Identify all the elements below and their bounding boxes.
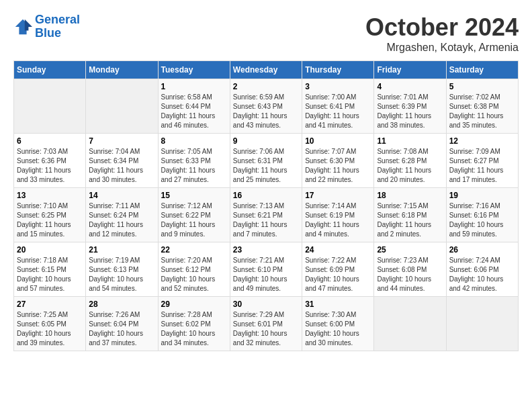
- day-info: Sunrise: 6:59 AMSunset: 6:43 PMDaylight:…: [233, 93, 287, 129]
- calendar-day-cell: 27 Sunrise: 7:25 AMSunset: 6:05 PMDaylig…: [14, 297, 86, 351]
- calendar-day-cell: 13 Sunrise: 7:10 AMSunset: 6:25 PMDaylig…: [14, 188, 86, 242]
- calendar-day-cell: 29 Sunrise: 7:28 AMSunset: 6:02 PMDaylig…: [158, 297, 230, 351]
- day-number: 17: [305, 191, 371, 200]
- calendar-day-cell: 22 Sunrise: 7:20 AMSunset: 6:12 PMDaylig…: [158, 242, 230, 297]
- day-number: 22: [161, 245, 227, 255]
- calendar-week-row: 13 Sunrise: 7:10 AMSunset: 6:25 PMDaylig…: [14, 188, 519, 242]
- logo-icon: [13, 17, 32, 36]
- day-info: Sunrise: 7:00 AMSunset: 6:41 PMDaylight:…: [305, 93, 359, 129]
- calendar-day-cell: 12 Sunrise: 7:09 AMSunset: 6:27 PMDaylig…: [446, 134, 518, 188]
- calendar-day-cell: 26 Sunrise: 7:24 AMSunset: 6:06 PMDaylig…: [446, 242, 518, 297]
- calendar-day-cell: 18 Sunrise: 7:15 AMSunset: 6:18 PMDaylig…: [374, 188, 446, 242]
- day-info: Sunrise: 7:07 AMSunset: 6:30 PMDaylight:…: [305, 148, 359, 183]
- calendar-day-cell: 28 Sunrise: 7:26 AMSunset: 6:04 PMDaylig…: [86, 297, 158, 351]
- day-info: Sunrise: 7:12 AMSunset: 6:22 PMDaylight:…: [161, 202, 216, 238]
- weekday-header-row: SundayMondayTuesdayWednesdayThursdayFrid…: [14, 61, 519, 79]
- calendar-day-cell: 3 Sunrise: 7:00 AMSunset: 6:41 PMDayligh…: [302, 79, 374, 134]
- day-number: 15: [161, 191, 227, 200]
- day-number: 13: [17, 191, 83, 200]
- calendar-day-cell: 8 Sunrise: 7:05 AMSunset: 6:33 PMDayligh…: [158, 134, 230, 188]
- calendar-day-cell: [86, 79, 158, 134]
- day-number: 8: [161, 136, 227, 146]
- day-info: Sunrise: 7:10 AMSunset: 6:25 PMDaylight:…: [17, 202, 71, 238]
- day-number: 27: [17, 300, 83, 309]
- day-info: Sunrise: 7:15 AMSunset: 6:18 PMDaylight:…: [377, 202, 431, 238]
- day-number: 30: [233, 300, 299, 309]
- day-info: Sunrise: 7:13 AMSunset: 6:21 PMDaylight:…: [233, 202, 287, 238]
- calendar-day-cell: 25 Sunrise: 7:23 AMSunset: 6:08 PMDaylig…: [374, 242, 446, 297]
- calendar-week-row: 27 Sunrise: 7:25 AMSunset: 6:05 PMDaylig…: [14, 297, 519, 351]
- calendar-day-cell: [446, 297, 518, 351]
- month-title: October 2024: [365, 13, 519, 42]
- calendar-week-row: 20 Sunrise: 7:18 AMSunset: 6:15 PMDaylig…: [14, 242, 519, 297]
- day-info: Sunrise: 7:06 AMSunset: 6:31 PMDaylight:…: [233, 148, 287, 183]
- calendar-day-cell: 4 Sunrise: 7:01 AMSunset: 6:39 PMDayligh…: [374, 79, 446, 134]
- day-number: 26: [449, 245, 515, 255]
- day-number: 19: [449, 191, 515, 200]
- calendar-day-cell: 31 Sunrise: 7:30 AMSunset: 6:00 PMDaylig…: [302, 297, 374, 351]
- calendar-week-row: 6 Sunrise: 7:03 AMSunset: 6:36 PMDayligh…: [14, 134, 519, 188]
- calendar-week-row: 1 Sunrise: 6:58 AMSunset: 6:44 PMDayligh…: [14, 79, 519, 134]
- calendar-day-cell: 24 Sunrise: 7:22 AMSunset: 6:09 PMDaylig…: [302, 242, 374, 297]
- weekday-header: Sunday: [14, 61, 86, 79]
- day-number: 11: [377, 136, 443, 146]
- day-info: Sunrise: 7:20 AMSunset: 6:12 PMDaylight:…: [161, 257, 216, 292]
- day-info: Sunrise: 7:11 AMSunset: 6:24 PMDaylight:…: [89, 202, 143, 238]
- calendar-day-cell: 1 Sunrise: 6:58 AMSunset: 6:44 PMDayligh…: [158, 79, 230, 134]
- weekday-header: Monday: [86, 61, 158, 79]
- day-number: 6: [17, 136, 83, 146]
- day-info: Sunrise: 7:04 AMSunset: 6:34 PMDaylight:…: [89, 148, 143, 183]
- calendar-day-cell: 14 Sunrise: 7:11 AMSunset: 6:24 PMDaylig…: [86, 188, 158, 242]
- day-info: Sunrise: 7:26 AMSunset: 6:04 PMDaylight:…: [89, 311, 143, 347]
- day-number: 10: [305, 136, 371, 146]
- calendar-day-cell: 21 Sunrise: 7:19 AMSunset: 6:13 PMDaylig…: [86, 242, 158, 297]
- day-number: 24: [305, 245, 371, 255]
- day-info: Sunrise: 7:16 AMSunset: 6:16 PMDaylight:…: [449, 202, 504, 238]
- day-info: Sunrise: 7:18 AMSunset: 6:15 PMDaylight:…: [17, 257, 71, 292]
- day-number: 3: [305, 82, 371, 91]
- title-block: October 2024 Mrgashen, Kotayk, Armenia: [365, 13, 519, 54]
- day-info: Sunrise: 7:14 AMSunset: 6:19 PMDaylight:…: [305, 202, 359, 238]
- day-info: Sunrise: 6:58 AMSunset: 6:44 PMDaylight:…: [161, 93, 216, 129]
- day-number: 4: [377, 82, 443, 91]
- day-info: Sunrise: 7:30 AMSunset: 6:00 PMDaylight:…: [305, 311, 359, 347]
- day-number: 18: [377, 191, 443, 200]
- day-number: 12: [449, 136, 515, 146]
- day-number: 5: [449, 82, 515, 91]
- calendar-day-cell: 10 Sunrise: 7:07 AMSunset: 6:30 PMDaylig…: [302, 134, 374, 188]
- day-info: Sunrise: 7:19 AMSunset: 6:13 PMDaylight:…: [89, 257, 143, 292]
- weekday-header: Tuesday: [158, 61, 230, 79]
- day-number: 20: [17, 245, 83, 255]
- day-number: 2: [233, 82, 299, 91]
- calendar-day-cell: 6 Sunrise: 7:03 AMSunset: 6:36 PMDayligh…: [14, 134, 86, 188]
- weekday-header: Thursday: [302, 61, 374, 79]
- day-info: Sunrise: 7:09 AMSunset: 6:27 PMDaylight:…: [449, 148, 504, 183]
- calendar-day-cell: 9 Sunrise: 7:06 AMSunset: 6:31 PMDayligh…: [230, 134, 302, 188]
- day-info: Sunrise: 7:23 AMSunset: 6:08 PMDaylight:…: [377, 257, 431, 292]
- day-info: Sunrise: 7:24 AMSunset: 6:06 PMDaylight:…: [449, 257, 504, 292]
- day-info: Sunrise: 7:05 AMSunset: 6:33 PMDaylight:…: [161, 148, 216, 183]
- day-number: 21: [89, 245, 154, 255]
- calendar-table: SundayMondayTuesdayWednesdayThursdayFrid…: [13, 60, 519, 351]
- day-info: Sunrise: 7:28 AMSunset: 6:02 PMDaylight:…: [161, 311, 216, 347]
- logo-text: General Blue: [35, 13, 80, 40]
- day-number: 9: [233, 136, 299, 146]
- day-number: 31: [305, 300, 371, 309]
- calendar-day-cell: [374, 297, 446, 351]
- calendar-day-cell: 16 Sunrise: 7:13 AMSunset: 6:21 PMDaylig…: [230, 188, 302, 242]
- day-info: Sunrise: 7:22 AMSunset: 6:09 PMDaylight:…: [305, 257, 359, 292]
- calendar-day-cell: 17 Sunrise: 7:14 AMSunset: 6:19 PMDaylig…: [302, 188, 374, 242]
- day-number: 14: [89, 191, 154, 200]
- calendar-day-cell: 2 Sunrise: 6:59 AMSunset: 6:43 PMDayligh…: [230, 79, 302, 134]
- page-header: General Blue October 2024 Mrgashen, Kota…: [13, 13, 519, 54]
- day-info: Sunrise: 7:08 AMSunset: 6:28 PMDaylight:…: [377, 148, 431, 183]
- day-number: 7: [89, 136, 154, 146]
- weekday-header: Saturday: [446, 61, 518, 79]
- day-number: 1: [161, 82, 227, 91]
- calendar-day-cell: 7 Sunrise: 7:04 AMSunset: 6:34 PMDayligh…: [86, 134, 158, 188]
- weekday-header: Friday: [374, 61, 446, 79]
- day-number: 16: [233, 191, 299, 200]
- svg-marker-1: [25, 19, 32, 31]
- calendar-day-cell: 30 Sunrise: 7:29 AMSunset: 6:01 PMDaylig…: [230, 297, 302, 351]
- day-info: Sunrise: 7:29 AMSunset: 6:01 PMDaylight:…: [233, 311, 287, 347]
